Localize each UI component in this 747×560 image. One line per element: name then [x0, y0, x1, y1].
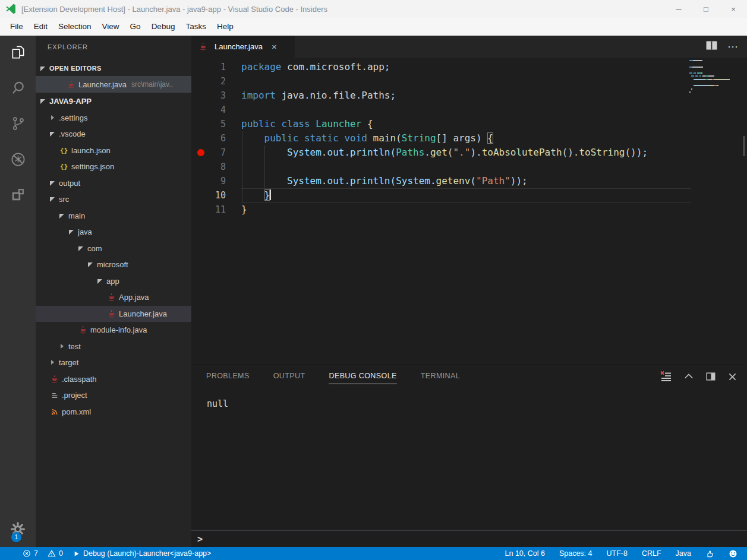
- code-line-10[interactable]: 10 }: [191, 188, 691, 203]
- status-language-mode[interactable]: Java: [676, 549, 691, 558]
- tree-item-java[interactable]: java: [36, 224, 191, 241]
- twisty-expanded-icon[interactable]: [69, 229, 74, 235]
- tree-item-settings-json[interactable]: {}settings.json: [36, 159, 191, 175]
- tab-launcher-java[interactable]: Launcher.java ×: [191, 36, 295, 58]
- tree-item-app-java[interactable]: App.java: [36, 289, 191, 306]
- gutter-line-9[interactable]: 9: [191, 174, 241, 188]
- tree-item-vscode[interactable]: .vscode: [36, 126, 191, 143]
- tree-item-com[interactable]: com: [36, 241, 191, 257]
- gutter-line-7[interactable]: 7: [191, 145, 241, 160]
- status-encoding[interactable]: UTF-8: [607, 549, 628, 558]
- code-line-3[interactable]: 3import java.nio.file.Paths;: [191, 88, 691, 103]
- gutter-line-4[interactable]: 4: [191, 103, 241, 117]
- gutter-line-11[interactable]: 11: [191, 203, 241, 217]
- status-cursor-position[interactable]: Ln 10, Col 6: [505, 549, 545, 558]
- panel-layout-icon[interactable]: [705, 371, 716, 384]
- tree-item-output[interactable]: output: [36, 175, 191, 192]
- code-editor[interactable]: 1package com.microsoft.app;23import java…: [191, 58, 747, 365]
- code-line-11[interactable]: 11}: [191, 203, 691, 217]
- twisty-expanded-icon[interactable]: [50, 181, 55, 186]
- activitybar-extensions[interactable]: [0, 178, 36, 214]
- gutter-line-3[interactable]: 3: [191, 88, 241, 103]
- gutter-line-1[interactable]: 1: [191, 60, 241, 74]
- split-editor-icon[interactable]: [705, 40, 718, 53]
- close-tab-icon[interactable]: ×: [272, 42, 277, 52]
- tree-item-pom-xml[interactable]: pom.xml: [36, 404, 191, 420]
- window-maximize-button[interactable]: □: [692, 0, 720, 18]
- window-close-button[interactable]: ×: [720, 0, 747, 18]
- debug-repl-input[interactable]: >: [191, 530, 747, 548]
- minimap[interactable]: [689, 60, 740, 94]
- code-line-4[interactable]: 4: [191, 103, 691, 117]
- twisty-expanded-icon[interactable]: [78, 246, 84, 251]
- tree-item-test[interactable]: test: [36, 338, 191, 355]
- panel-tab-terminal[interactable]: TERMINAL: [421, 372, 460, 384]
- close-panel-icon[interactable]: [727, 372, 737, 384]
- gutter-line-10[interactable]: 10: [191, 188, 241, 203]
- menu-help[interactable]: Help: [212, 18, 239, 36]
- activitybar-explorer[interactable]: [0, 36, 36, 71]
- twisty-expanded-icon[interactable]: [50, 131, 55, 137]
- status-feedback-smiley[interactable]: [729, 549, 737, 558]
- twisty-expanded-icon[interactable]: [59, 213, 65, 219]
- menu-go[interactable]: Go: [125, 18, 146, 36]
- code-line-8[interactable]: 8: [191, 160, 691, 174]
- twisty-expanded-icon[interactable]: [88, 262, 93, 267]
- menu-file[interactable]: File: [5, 18, 29, 36]
- gutter-line-8[interactable]: 8: [191, 160, 241, 174]
- tree-item-project[interactable]: .project: [36, 387, 191, 404]
- twisty-collapsed-icon[interactable]: [50, 115, 55, 121]
- menu-tasks[interactable]: Tasks: [180, 18, 212, 36]
- menu-selection[interactable]: Selection: [53, 18, 97, 36]
- menu-edit[interactable]: Edit: [29, 18, 53, 36]
- menu-debug[interactable]: Debug: [146, 18, 181, 36]
- tree-item-src[interactable]: src: [36, 191, 191, 208]
- editor-scrollbar[interactable]: [743, 136, 745, 156]
- code-line-7[interactable]: 7 System.out.println(Paths.get(".").toAb…: [191, 145, 691, 160]
- status-eol[interactable]: CRLF: [642, 549, 661, 558]
- twisty-collapsed-icon[interactable]: [50, 360, 55, 365]
- tree-item-target[interactable]: target: [36, 355, 191, 371]
- maximize-panel-icon[interactable]: [683, 371, 694, 384]
- status-errors[interactable]: 7: [23, 549, 38, 558]
- tree-item-classpath[interactable]: .classpath: [36, 371, 191, 388]
- tree-item-launch-json[interactable]: {}launch.json: [36, 143, 191, 159]
- tree-item-microsoft[interactable]: microsoft: [36, 257, 191, 273]
- more-actions-icon[interactable]: ⋯: [727, 40, 739, 53]
- tree-item-module-info-java[interactable]: module-info.java: [36, 322, 191, 338]
- open-editors-header[interactable]: OPEN EDITORS: [36, 61, 191, 76]
- code-line-2[interactable]: 2: [191, 74, 691, 88]
- tree-item-settings[interactable]: .settings: [36, 110, 191, 126]
- activitybar-debug[interactable]: [0, 143, 36, 178]
- gutter-line-5[interactable]: 5: [191, 117, 241, 131]
- tree-item-app[interactable]: app: [36, 273, 191, 290]
- status-debug-target[interactable]: Debug (Launch)-Launcher<java9-app>: [73, 549, 211, 558]
- twisty-collapsed-icon[interactable]: [59, 344, 65, 349]
- code-line-1[interactable]: 1package com.microsoft.app;: [191, 60, 691, 74]
- tree-item-main[interactable]: main: [36, 208, 191, 224]
- twisty-expanded-icon[interactable]: [97, 279, 103, 284]
- code-line-6[interactable]: 6 public static void main(String[] args)…: [191, 131, 691, 145]
- twisty-expanded-icon[interactable]: [40, 99, 46, 104]
- status-warnings[interactable]: 0: [48, 549, 63, 558]
- breakpoint-icon[interactable]: [197, 149, 204, 156]
- activitybar-settings[interactable]: 1: [0, 521, 36, 540]
- status-indentation[interactable]: Spaces: 4: [559, 549, 592, 558]
- clear-console-icon[interactable]: [660, 371, 672, 385]
- panel-tab-problems[interactable]: PROBLEMS: [206, 372, 250, 384]
- menu-view[interactable]: View: [97, 18, 125, 36]
- status-feedback-thumb[interactable]: [705, 549, 714, 558]
- tree-item-launcher-java[interactable]: Launcher.java: [36, 306, 191, 322]
- panel-tab-output[interactable]: OUTPUT: [273, 372, 305, 384]
- code-line-9[interactable]: 9 System.out.println(System.getenv("Path…: [191, 174, 691, 188]
- twisty-expanded-icon[interactable]: [50, 197, 55, 202]
- open-editor-item-launcher-java[interactable]: Launcher.javasrc\main\jav..: [36, 76, 191, 93]
- panel-tab-debug-console[interactable]: DEBUG CONSOLE: [329, 372, 396, 384]
- gutter-line-6[interactable]: 6: [191, 131, 241, 145]
- activitybar-source-control[interactable]: [0, 107, 36, 143]
- window-minimize-button[interactable]: ─: [665, 0, 692, 18]
- gutter-line-2[interactable]: 2: [191, 74, 241, 88]
- code-line-5[interactable]: 5public class Launcher {: [191, 117, 691, 131]
- activitybar-search[interactable]: [0, 71, 36, 107]
- tree-item-java9-app[interactable]: JAVA9-APP: [36, 93, 191, 110]
